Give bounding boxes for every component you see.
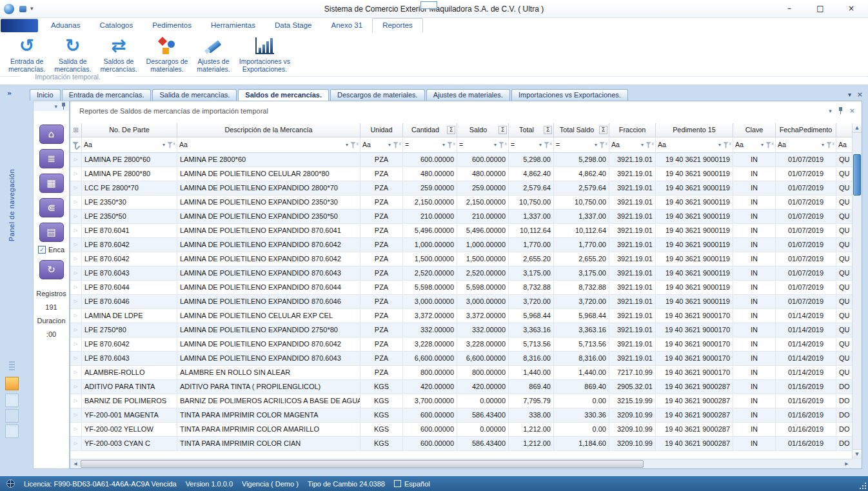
filter-cell-fecha[interactable]: Aa▾x bbox=[776, 137, 836, 153]
dock-item[interactable] bbox=[5, 409, 19, 423]
table-row[interactable]: ▷LPE 870.6041LAMINA DE POLIETILENO EXPAN… bbox=[70, 224, 852, 238]
table-row[interactable]: ▷ADITIVO PARA TINTAADITIVO PARA TINTA ( … bbox=[70, 380, 852, 394]
table-row[interactable]: ▷YF-200-002 YELLOWTINTA PARA IMPRIMIR CO… bbox=[70, 423, 852, 437]
ribbon-tab-reportes[interactable]: Reportes bbox=[372, 18, 423, 33]
scroll-down-icon[interactable]: ▼ bbox=[853, 449, 862, 459]
filter-cell-cantidad[interactable]: =▾x bbox=[403, 137, 457, 153]
table-row[interactable]: ▷ALAMBRE-ROLLOALAMBRE EN ROLLO SIN ALEAR… bbox=[70, 366, 852, 380]
panel-close-icon[interactable]: × bbox=[849, 106, 855, 115]
clear-filter-icon[interactable]: x bbox=[646, 141, 653, 149]
log-button[interactable]: ⋐ bbox=[39, 198, 64, 217]
sigma-button[interactable]: Σ bbox=[498, 126, 507, 134]
filter-dropdown-icon[interactable]: ▾ bbox=[641, 138, 644, 152]
clear-filter-icon[interactable]: x bbox=[826, 141, 834, 149]
list-button[interactable]: ≣ bbox=[39, 149, 64, 168]
vertical-scrollbar[interactable]: ▲ ▼ bbox=[852, 123, 862, 459]
filter-dropdown-icon[interactable]: ▾ bbox=[388, 138, 391, 152]
document-tab-ajustes-de-materiales[interactable]: Ajustes de materiales. bbox=[426, 89, 510, 101]
filter-cell-part[interactable]: Aa▾x bbox=[82, 137, 177, 153]
report-button[interactable]: ▤ bbox=[39, 223, 64, 242]
table-row[interactable]: ▷YF-200-001 MAGENTATINTA PARA IMPRIMIR C… bbox=[70, 408, 852, 423]
enca-checkbox[interactable]: ✓ bbox=[38, 246, 46, 254]
file-menu-button[interactable] bbox=[1, 19, 38, 32]
row-expand-icon[interactable]: ▷ bbox=[70, 352, 82, 366]
close-button[interactable]: × bbox=[842, 3, 860, 15]
clear-filter-icon[interactable]: x bbox=[544, 141, 551, 149]
panel-dropdown-icon[interactable]: ▾ bbox=[829, 108, 832, 114]
table-row[interactable]: ▷LPE 2750*80LAMINA DE POLIETILENO EXPAND… bbox=[70, 323, 852, 337]
row-expand-icon[interactable]: ▷ bbox=[70, 252, 82, 266]
column-header-saldo[interactable]: SaldoΣ bbox=[457, 123, 509, 137]
row-expand-icon[interactable]: ▷ bbox=[70, 366, 82, 380]
filter-dropdown-icon[interactable]: ▾ bbox=[163, 138, 165, 152]
ribbon-tab-herramientas[interactable]: Herramientas bbox=[201, 18, 265, 33]
document-tab-importaciones-vs-exportaciones[interactable]: Importaciones vs Exportaciones. bbox=[511, 89, 628, 101]
row-expand-icon[interactable]: ▷ bbox=[70, 295, 82, 309]
dock-item[interactable] bbox=[5, 394, 19, 407]
column-header-pedimento[interactable]: Pedimento 15 bbox=[656, 123, 733, 137]
sidebar-dropdown-icon[interactable]: ▾ bbox=[54, 103, 57, 110]
dock-item-active[interactable] bbox=[5, 377, 19, 390]
language-selector[interactable]: Español bbox=[394, 480, 430, 488]
row-expand-icon[interactable]: ▷ bbox=[70, 423, 82, 437]
ribbon-button-saldos-de-mercanc-as[interactable]: ⇄Saldos demercancías. bbox=[95, 34, 141, 74]
clear-filter-icon[interactable]: x bbox=[498, 141, 506, 149]
column-header-desc[interactable]: Descripción de la Mercancía bbox=[177, 123, 360, 137]
table-row[interactable]: ▷LAMINA DE LDPELAMINA DE POLIETILENO CEL… bbox=[70, 309, 852, 323]
table-row[interactable]: ▷LPE 870.6042LAMINA DE POLIETILENO EXPAN… bbox=[70, 252, 852, 266]
scroll-up-icon[interactable]: ▲ bbox=[853, 123, 862, 133]
close-document-icon[interactable]: × bbox=[857, 90, 863, 99]
table-row[interactable]: ▷LPE 870.6042LAMINA DE POLIETILENO EXPAN… bbox=[70, 337, 852, 352]
filter-dropdown-icon[interactable]: ▾ bbox=[494, 138, 497, 152]
ribbon-button-entrada-de-mercanc-as[interactable]: ↺Entrada demercancías. bbox=[4, 34, 50, 74]
sigma-button[interactable]: Σ bbox=[447, 126, 455, 134]
ribbon-tab-data-stage[interactable]: Data Stage bbox=[265, 18, 322, 33]
horizontal-scrollbar[interactable]: ◀ ▶ bbox=[70, 459, 852, 468]
column-header-total-saldo[interactable]: Total SaldoΣ bbox=[554, 123, 609, 137]
row-expand-icon[interactable]: ▷ bbox=[70, 167, 82, 181]
row-expand-icon[interactable]: ▷ bbox=[70, 437, 82, 451]
sigma-button[interactable]: Σ bbox=[544, 126, 552, 134]
ribbon-tab-catalogos[interactable]: Catalogos bbox=[90, 18, 143, 33]
row-expand-icon[interactable]: ▷ bbox=[70, 380, 82, 394]
filter-cell-clave[interactable]: Aa▾x bbox=[733, 137, 776, 153]
table-row[interactable]: ▷LCC PE 2800*70LAMINA DE POLIETILENO EXP… bbox=[70, 181, 852, 195]
table-row[interactable]: ▷BARNIZ DE POLIMEROSBARNIZ DE POLIMEROS … bbox=[70, 394, 852, 408]
filter-dropdown-icon[interactable]: ▾ bbox=[346, 138, 348, 152]
clear-filter-icon[interactable]: x bbox=[723, 141, 731, 149]
enca-checkbox-row[interactable]: ✓ Enca bbox=[34, 246, 69, 254]
ribbon-button-ajustes-de-materiales[interactable]: Ajustes demateriales. bbox=[192, 34, 234, 74]
clear-filter-icon[interactable]: x bbox=[350, 141, 358, 149]
row-expand-icon[interactable]: ▷ bbox=[70, 210, 82, 224]
column-header-fraccion[interactable]: Fraccion bbox=[609, 123, 656, 137]
resize-grip[interactable] bbox=[860, 483, 866, 489]
filter-dropdown-icon[interactable]: ▾ bbox=[718, 138, 721, 152]
column-header-extra[interactable] bbox=[836, 123, 852, 137]
table-row[interactable]: ▷LPE 870.6046LAMINA DE POLIETILENO EXPAN… bbox=[70, 295, 852, 309]
column-header-fecha[interactable]: FechaPedimento bbox=[776, 123, 836, 137]
calendar-button[interactable]: ▦ bbox=[39, 174, 64, 193]
document-tab-descargos-de-materiales[interactable]: Descargos de materiales. bbox=[330, 89, 425, 101]
document-tab-inicio[interactable]: Inicio bbox=[30, 89, 61, 101]
expand-panel-icon[interactable]: » bbox=[7, 89, 12, 97]
ribbon-tab-pedimentos[interactable]: Pedimentos bbox=[143, 18, 201, 33]
table-row[interactable]: ▷LPE 2350*50LAMINA DE POLIETILENO EXPAND… bbox=[70, 210, 852, 224]
filter-dropdown-icon[interactable]: ▾ bbox=[822, 138, 824, 152]
filter-dropdown-icon[interactable]: ▾ bbox=[761, 138, 764, 152]
row-expand-icon[interactable]: ▷ bbox=[70, 337, 82, 352]
refresh-button[interactable]: ↻ bbox=[39, 260, 64, 279]
row-expand-icon[interactable]: ▷ bbox=[70, 408, 82, 423]
horizontal-scroll-thumb[interactable] bbox=[81, 460, 644, 468]
clear-filter-icon[interactable]: x bbox=[599, 141, 607, 149]
dock-grip[interactable] bbox=[9, 361, 15, 372]
clear-filter-icon[interactable]: x bbox=[765, 141, 773, 149]
filter-cell-unidad[interactable]: Aa▾x bbox=[360, 137, 403, 153]
row-expand-icon[interactable]: ▷ bbox=[70, 238, 82, 252]
column-header-cantidad[interactable]: CantidadΣ bbox=[403, 123, 457, 137]
filter-cell-desc[interactable]: Aa▾x bbox=[177, 137, 360, 153]
home-button[interactable]: ⌂ bbox=[39, 125, 64, 144]
ribbon-tab-anexo-31[interactable]: Anexo 31 bbox=[322, 18, 373, 33]
filter-cell-fraccion[interactable]: Aa▾x bbox=[609, 137, 656, 153]
filter-cell-pedimento[interactable]: Aa▾x bbox=[656, 137, 733, 153]
filter-cell-extra[interactable]: Aa▾x bbox=[836, 137, 852, 153]
